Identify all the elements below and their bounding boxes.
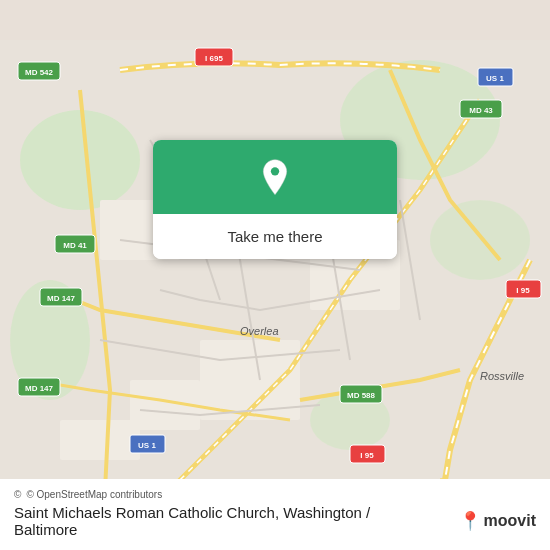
svg-text:MD 41: MD 41	[63, 241, 87, 250]
svg-text:US 1: US 1	[138, 441, 156, 450]
svg-text:MD 588: MD 588	[347, 391, 376, 400]
osm-credit-text: © OpenStreetMap contributors	[26, 489, 162, 500]
svg-text:MD 43: MD 43	[469, 106, 493, 115]
moovit-wordmark: moovit	[484, 512, 536, 530]
card-green-section	[153, 140, 397, 214]
location-pin-icon	[255, 158, 295, 198]
location-card: Take me there	[153, 140, 397, 259]
svg-point-41	[271, 167, 279, 175]
svg-point-3	[430, 200, 530, 280]
moovit-logo: 📍 moovit	[459, 510, 536, 532]
svg-text:I 95: I 95	[516, 286, 530, 295]
location-name: Saint Michaels Roman Catholic Church, Wa…	[14, 504, 370, 521]
map-container: MD 542 I 695 US 1 MD 43 MD 41 Parkville …	[0, 0, 550, 550]
svg-text:MD 542: MD 542	[25, 68, 54, 77]
copyright-symbol: ©	[14, 489, 21, 500]
svg-text:MD 147: MD 147	[47, 294, 76, 303]
svg-text:Rossville: Rossville	[480, 370, 524, 382]
location-name-text: Saint Michaels Roman Catholic Church, Wa…	[14, 504, 370, 538]
location-city: Baltimore	[14, 521, 77, 538]
svg-text:Overlea: Overlea	[240, 325, 279, 337]
svg-point-1	[20, 110, 140, 210]
svg-text:I 695: I 695	[205, 54, 223, 63]
svg-text:MD 147: MD 147	[25, 384, 54, 393]
svg-text:I 95: I 95	[360, 451, 374, 460]
osm-attribution: © © OpenStreetMap contributors	[14, 489, 536, 500]
take-me-there-button[interactable]: Take me there	[153, 214, 397, 259]
location-title-row: Saint Michaels Roman Catholic Church, Wa…	[14, 504, 536, 538]
moovit-pin-icon: 📍	[459, 510, 481, 532]
svg-rect-10	[60, 420, 140, 460]
bottom-info-bar: © © OpenStreetMap contributors Saint Mic…	[0, 479, 550, 550]
svg-text:US 1: US 1	[486, 74, 504, 83]
